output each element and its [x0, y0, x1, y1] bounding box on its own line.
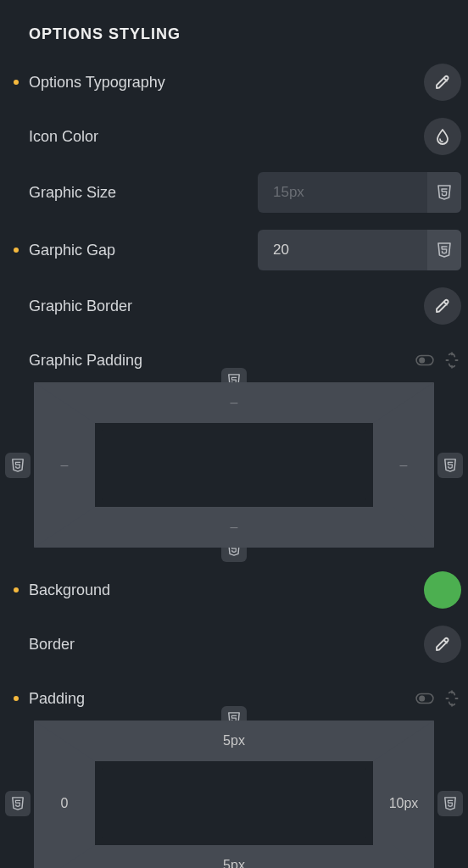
graphic-padding-right-css-button[interactable]	[437, 453, 463, 478]
graphic-size-value: 15px	[258, 184, 427, 201]
css-shield-icon	[437, 242, 452, 258]
typography-edit-button[interactable]	[424, 64, 461, 101]
icon-color-button[interactable]	[424, 118, 461, 155]
padding-top-value: 5px	[223, 733, 245, 748]
padding-inner	[102, 430, 366, 500]
padding-right-value: 10px	[389, 796, 419, 811]
css-shield-icon	[443, 459, 457, 472]
bullet-icon	[14, 248, 19, 253]
graphic-padding-left-value: –	[61, 458, 69, 473]
padding-box: 5px 10px 5px 0	[7, 721, 461, 868]
graphic-size-css-button[interactable]	[427, 172, 461, 213]
bullet-icon	[14, 80, 19, 85]
background-label: Background	[29, 581, 215, 599]
padding-left-css-button[interactable]	[5, 791, 31, 816]
toggle-icon[interactable]	[415, 351, 434, 370]
css-shield-icon	[443, 797, 457, 810]
graphic-padding-bottom-value: –	[231, 520, 238, 535]
graphic-gap-label: Garphic Gap	[29, 242, 215, 259]
padding-right-css-button[interactable]	[437, 791, 463, 816]
pencil-icon	[434, 298, 451, 314]
typography-label: Options Typography	[29, 74, 215, 92]
bullet-icon	[14, 696, 19, 701]
css-shield-icon	[11, 797, 25, 810]
row-border: Border	[7, 626, 461, 663]
css-shield-icon	[437, 185, 452, 200]
icon-color-label: Icon Color	[29, 128, 215, 146]
graphic-border-edit-button[interactable]	[424, 287, 461, 325]
graphic-padding-bottom-input[interactable]: –	[34, 507, 434, 548]
pencil-icon	[434, 74, 451, 91]
section-title: OPTIONS STYLING	[29, 25, 461, 43]
graphic-size-input[interactable]: 15px	[258, 172, 461, 213]
graphic-border-label: Graphic Border	[29, 298, 215, 315]
graphic-gap-value: 20	[258, 242, 427, 259]
css-shield-icon	[11, 459, 25, 472]
graphic-gap-input[interactable]: 20	[258, 230, 461, 270]
border-label: Border	[29, 636, 215, 654]
border-edit-button[interactable]	[424, 626, 461, 663]
padding-top-input[interactable]: 5px	[34, 721, 434, 761]
padding-label: Padding	[29, 690, 215, 708]
graphic-padding-right-value: –	[400, 458, 408, 473]
graphic-padding-box: – – – –	[7, 382, 461, 548]
toggle-icon[interactable]	[415, 689, 434, 708]
graphic-gap-css-button[interactable]	[427, 230, 461, 270]
padding-left-value: 0	[61, 796, 69, 811]
unlink-icon[interactable]	[443, 689, 461, 708]
padding-bottom-input[interactable]: 5px	[34, 845, 434, 868]
droplet-icon	[434, 128, 451, 145]
padding-bottom-value: 5px	[223, 858, 245, 868]
bullet-icon	[14, 587, 19, 593]
row-graphic-size: Graphic Size 15px	[7, 172, 461, 213]
graphic-padding-top-value: –	[231, 395, 238, 410]
row-icon-color: Icon Color	[7, 118, 461, 155]
unlink-icon[interactable]	[443, 351, 461, 370]
pencil-icon	[434, 636, 451, 653]
graphic-padding-label: Graphic Padding	[29, 352, 215, 370]
graphic-padding-top-input[interactable]: –	[34, 382, 434, 423]
background-color-swatch[interactable]	[424, 571, 461, 609]
row-graphic-gap: Garphic Gap 20	[7, 230, 461, 270]
graphic-size-label: Graphic Size	[29, 184, 215, 202]
row-options-typography: Options Typography	[7, 64, 461, 101]
graphic-padding-left-css-button[interactable]	[5, 453, 31, 478]
padding-inner	[102, 768, 366, 838]
row-background: Background	[7, 571, 461, 609]
row-graphic-border: Graphic Border	[7, 287, 461, 325]
